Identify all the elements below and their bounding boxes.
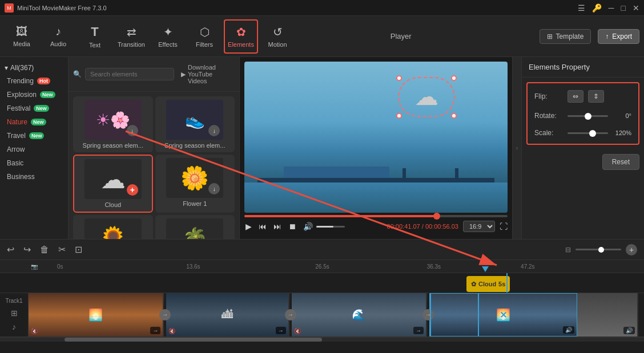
- player-video: ☁: [244, 62, 508, 213]
- toolbar-item-effects[interactable]: ✦ Effects: [151, 19, 185, 54]
- reset-button[interactable]: Reset: [602, 154, 639, 170]
- transfer-button-3[interactable]: →: [422, 309, 434, 320]
- volume-slider[interactable]: [316, 226, 345, 228]
- element-item-palm[interactable]: 🌴 ↓ Plam trees: [155, 215, 235, 239]
- track-audio-button[interactable]: ♪: [12, 322, 16, 331]
- sidebar-item-travel[interactable]: Travel New: [0, 129, 68, 143]
- close-button[interactable]: ✕: [633, 3, 639, 13]
- element-item-flower2[interactable]: 🌻 Flower 2: [73, 215, 153, 239]
- volume-button[interactable]: 🔊: [302, 221, 314, 232]
- flip-horizontal-button[interactable]: ⇔: [567, 90, 583, 103]
- search-input[interactable]: [85, 68, 174, 80]
- zoom-slider-thumb[interactable]: [598, 247, 604, 253]
- playhead-line-video: [478, 293, 479, 336]
- element-item-spring2[interactable]: 👟 ↓ Spring season elem...: [155, 96, 235, 152]
- download-spring1-button[interactable]: ↓: [127, 125, 138, 136]
- skip-end-button[interactable]: ⏭: [272, 221, 283, 232]
- element-thumb-cloud: ☁ +: [84, 159, 142, 199]
- toolbar-item-elements[interactable]: ✿ Elements: [224, 19, 258, 54]
- sidebar-item-basic[interactable]: Basic: [0, 156, 68, 170]
- cloud-handle-tr[interactable]: [451, 75, 457, 81]
- element-thumb-spring1: ☀🌸 ↓: [84, 100, 142, 140]
- video-segment-1[interactable]: 🌅 → 🔇: [29, 293, 164, 336]
- sidebar-item-nature[interactable]: Nature New: [0, 115, 68, 129]
- toolbar-elements-label: Elements: [228, 41, 254, 48]
- toolbar: 🖼 Media ♪ Audio T Text ⇄ Transition ✦ Ef…: [0, 16, 644, 57]
- rotate-value: 0°: [611, 112, 631, 119]
- play-button[interactable]: ▶: [244, 221, 253, 232]
- cloud-clip[interactable]: ✿ Cloud 5s: [466, 276, 510, 292]
- cloud-handle-bl[interactable]: [396, 113, 402, 119]
- sidebar-item-explosion[interactable]: Explosion New: [0, 88, 68, 102]
- download-youtube-button[interactable]: ▶ Download YouTube Videos: [178, 62, 235, 87]
- element-label-spring1: Spring season elem...: [77, 142, 150, 149]
- track-add-button[interactable]: ⊞: [11, 309, 18, 318]
- stop-button[interactable]: ⏹: [287, 221, 297, 232]
- transfer-button-2[interactable]: →: [285, 309, 296, 320]
- flip-v-icon: ⇕: [593, 92, 599, 100]
- sidebar-item-arrow[interactable]: Arrow: [0, 143, 68, 156]
- scrollbar-thumb[interactable]: [65, 338, 322, 342]
- toolbar-item-transition[interactable]: ⇄ Transition: [114, 19, 148, 54]
- sidebar-item-business[interactable]: Business: [0, 170, 68, 184]
- main-content: ▾ All(367) Trending Hot Explosion New Fe…: [0, 57, 644, 239]
- volume-container: 🔊: [302, 221, 345, 232]
- redo-button[interactable]: ↪: [23, 244, 31, 255]
- zoom-slider[interactable]: [575, 249, 621, 250]
- element-item-cloud[interactable]: ☁ + Cloud: [73, 155, 153, 213]
- minimize-button[interactable]: ─: [609, 3, 614, 13]
- toolbar-item-motion[interactable]: ↺ Motion: [260, 19, 295, 54]
- add-cloud-button[interactable]: +: [127, 184, 138, 196]
- toolbar-item-text[interactable]: T Text: [78, 19, 112, 54]
- element-item-flower1[interactable]: 🌼 ↓ Flower 1: [155, 155, 235, 213]
- panel-collapse-handle[interactable]: ›: [512, 57, 521, 239]
- cloud-handle-tl[interactable]: [396, 75, 402, 81]
- crop-button[interactable]: ⊡: [75, 244, 82, 255]
- nature-badge: New: [31, 119, 46, 125]
- download-flower1-button[interactable]: ↓: [208, 183, 220, 194]
- sidebar-all-header[interactable]: ▾ All(367): [0, 62, 68, 74]
- video-segment-5[interactable]: 🔊: [577, 293, 639, 336]
- flip-vertical-button[interactable]: ⇕: [588, 90, 604, 103]
- zoom-add-button[interactable]: +: [626, 244, 637, 255]
- element-label-spring2: Spring season elem...: [159, 142, 232, 149]
- toolbar-item-media[interactable]: 🖼 Media: [5, 19, 39, 54]
- motion-icon: ↺: [273, 25, 283, 39]
- ruler-camera-icon: 📷: [29, 263, 38, 270]
- progress-bar[interactable]: [244, 215, 508, 217]
- rotate-slider[interactable]: [567, 115, 608, 117]
- export-button[interactable]: ↑ Export: [598, 29, 639, 44]
- ruler-mark-0: 0s: [57, 263, 63, 270]
- cloud-element-overlay[interactable]: ☁: [398, 77, 455, 117]
- fullscreen-button[interactable]: ⛶: [500, 222, 508, 231]
- toolbar-item-audio[interactable]: ♪ Audio: [41, 19, 75, 54]
- scale-slider-thumb[interactable]: [589, 130, 596, 137]
- download-spring2-button[interactable]: ↓: [208, 125, 220, 136]
- element-item-spring1[interactable]: ☀🌸 ↓ Spring season elem...: [73, 96, 153, 152]
- transfer-button-1[interactable]: →: [159, 309, 171, 320]
- cut-button[interactable]: ✂: [58, 244, 66, 255]
- template-button[interactable]: ⊞ Template: [540, 29, 591, 44]
- right-panel: Elements Property Flip: ⇔ ⇕ Rotate:: [521, 57, 644, 239]
- video-segment-3[interactable]: 🌊 → 🔇: [292, 293, 427, 336]
- sidebar-item-festival[interactable]: Festival New: [0, 102, 68, 115]
- skip-start-button[interactable]: ⏮: [257, 221, 268, 232]
- bottom-scrollbar[interactable]: [0, 337, 644, 342]
- video-segment-2[interactable]: 🏙 → 🔇: [166, 293, 289, 336]
- cloud-handle-br[interactable]: [451, 113, 457, 119]
- scale-slider[interactable]: [567, 132, 608, 134]
- maximize-button[interactable]: □: [621, 3, 626, 13]
- key-icon[interactable]: 🔑: [592, 3, 602, 13]
- progress-thumb[interactable]: [433, 213, 440, 220]
- playhead-indicator[interactable]: [482, 266, 489, 272]
- undo-button[interactable]: ↩: [7, 244, 14, 255]
- sidebar-item-trending[interactable]: Trending Hot: [0, 74, 68, 88]
- toolbar-item-filters[interactable]: ⬡ Filters: [187, 19, 222, 54]
- delete-button[interactable]: 🗑: [40, 245, 49, 255]
- video-segment-4[interactable]: 🌅 🔊 ✕: [429, 293, 577, 336]
- settings-icon[interactable]: ☰: [578, 3, 585, 13]
- rotate-slider-thumb[interactable]: [585, 113, 591, 120]
- aspect-ratio-select[interactable]: 16:9: [463, 221, 495, 232]
- audio-icon: ♪: [55, 25, 61, 38]
- titlebar-controls[interactable]: ☰ 🔑 ─ □ ✕: [578, 3, 639, 13]
